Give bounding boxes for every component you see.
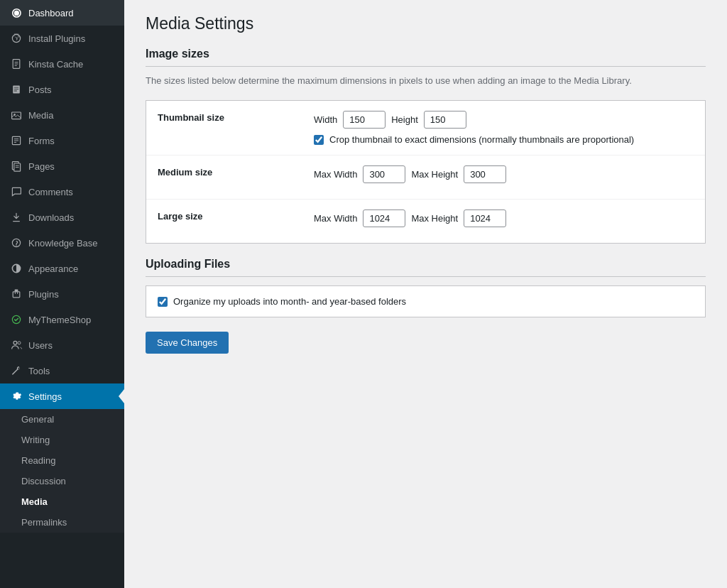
downloads-icon [10, 211, 23, 224]
thumbnail-height-input[interactable] [424, 111, 466, 129]
sidebar-item-pages[interactable]: Pages [0, 153, 124, 179]
sidebar-item-tools[interactable]: Tools [0, 358, 124, 383]
sidebar-item-users[interactable]: Users [0, 332, 124, 358]
submenu-item-media[interactable]: Media [0, 491, 124, 512]
uploading-files-title: Uploading Files [146, 258, 706, 277]
sidebar-item-install-plugins[interactable]: Install Plugins [0, 26, 124, 51]
sidebar-item-forms[interactable]: Forms [0, 128, 124, 153]
sidebar-item-users-label: Users [28, 340, 53, 351]
sidebar-item-kinsta-cache[interactable]: Kinsta Cache [0, 51, 124, 77]
pages-icon [10, 160, 23, 173]
submenu-item-writing[interactable]: Writing [0, 430, 124, 450]
large-row: Large size Max Width Max Height [146, 200, 705, 243]
thumbnail-content: Width Height Crop thumbnail to exact dim… [314, 111, 694, 145]
thumbnail-crop-label: Crop thumbnail to exact dimensions (norm… [329, 134, 634, 145]
sidebar-item-dashboard[interactable]: Dashboard [0, 0, 124, 26]
sidebar-item-plugins-label: Plugins [28, 289, 59, 300]
submenu-item-general[interactable]: General [0, 409, 124, 430]
svg-point-17 [16, 245, 16, 246]
thumbnail-crop-row: Crop thumbnail to exact dimensions (norm… [314, 134, 694, 145]
svg-rect-19 [13, 292, 20, 298]
sidebar-item-media-label: Media [28, 110, 53, 121]
organize-uploads-label: Organize my uploads into month- and year… [173, 296, 406, 307]
sidebar-item-comments[interactable]: Comments [0, 179, 124, 205]
sidebar-item-kinsta-cache-label: Kinsta Cache [28, 59, 83, 70]
mythemeshop-icon [10, 313, 23, 326]
medium-dimensions-row: Max Width Max Height [314, 165, 694, 183]
large-max-width-input[interactable] [363, 209, 405, 227]
sidebar-item-downloads[interactable]: Downloads [0, 205, 124, 230]
sidebar-item-appearance-label: Appearance [28, 263, 78, 274]
sidebar-item-knowledge-base[interactable]: Knowledge Base [0, 230, 124, 256]
image-sizes-title: Image sizes [146, 48, 706, 67]
svg-point-23 [13, 341, 17, 344]
svg-point-24 [18, 342, 21, 344]
image-sizes-form: Thumbnail size Width Height Crop thumbna… [146, 100, 706, 244]
submenu-item-permalinks[interactable]: Permalinks [0, 512, 124, 533]
sidebar-item-pages-label: Pages [28, 161, 55, 172]
medium-max-width-input[interactable] [363, 165, 405, 183]
page-icon [10, 58, 23, 70]
organize-uploads-content: Organize my uploads into month- and year… [158, 296, 694, 307]
sidebar-item-posts-label: Posts [28, 85, 52, 95]
organize-uploads-row: Organize my uploads into month- and year… [146, 286, 705, 317]
thumbnail-width-label: Width [314, 114, 337, 125]
thumbnail-width-input[interactable] [343, 111, 386, 129]
large-label: Large size [158, 209, 314, 233]
sidebar-item-settings[interactable]: Settings [0, 383, 124, 409]
large-max-height-label: Max Height [411, 213, 458, 224]
tools-icon [10, 364, 23, 377]
submenu-item-reading[interactable]: Reading [0, 450, 124, 471]
medium-content: Max Width Max Height [314, 165, 694, 189]
page-title: Media Settings [146, 14, 706, 33]
sidebar-item-tools-label: Tools [28, 366, 50, 376]
main-content: Media Settings Image sizes The sizes lis… [124, 0, 727, 588]
submenu-item-discussion[interactable]: Discussion [0, 471, 124, 491]
media-icon [10, 109, 23, 121]
thumbnail-crop-checkbox[interactable] [314, 135, 324, 145]
thumbnail-dimensions-row: Width Height [314, 111, 694, 129]
sidebar-item-settings-label: Settings [28, 391, 62, 402]
thumbnail-row: Thumbnail size Width Height Crop thumbna… [146, 101, 705, 156]
sidebar: Dashboard Install Plugins Kinsta Cache P… [0, 0, 124, 588]
uploading-files-section: Uploading Files Organize my uploads into… [146, 258, 706, 317]
thumbnail-label: Thumbnail size [158, 111, 314, 145]
sidebar-item-plugins[interactable]: Plugins [0, 281, 124, 307]
thumbnail-height-label: Height [391, 114, 418, 125]
sidebar-item-dashboard-label: Dashboard [28, 8, 74, 18]
sidebar-item-downloads-label: Downloads [28, 212, 74, 223]
image-sizes-section: Image sizes The sizes listed below deter… [146, 48, 706, 244]
sidebar-item-posts[interactable]: Posts [0, 77, 124, 102]
dashboard-icon [10, 6, 23, 19]
appearance-icon [10, 262, 23, 275]
settings-submenu: General Writing Reading Discussion Media… [0, 409, 124, 533]
sidebar-item-mythemeshop-label: MyThemeShop [28, 315, 91, 325]
forms-icon [10, 134, 23, 147]
sidebar-item-mythemeshop[interactable]: MyThemeShop [0, 307, 124, 332]
large-max-height-input[interactable] [464, 209, 506, 227]
large-dimensions-row: Max Width Max Height [314, 209, 694, 227]
knowledge-icon [10, 236, 23, 249]
users-icon [10, 339, 23, 352]
posts-icon [10, 83, 23, 96]
comments-icon [10, 185, 23, 198]
settings-icon [10, 390, 23, 403]
plugins-icon [10, 288, 23, 300]
sidebar-item-comments-label: Comments [28, 187, 73, 197]
sidebar-item-appearance[interactable]: Appearance [0, 256, 124, 281]
organize-uploads-checkbox-row: Organize my uploads into month- and year… [158, 296, 694, 307]
medium-max-height-label: Max Height [411, 169, 458, 180]
plugin-icon [10, 32, 23, 45]
medium-row: Medium size Max Width Max Height [146, 156, 705, 200]
sidebar-item-install-plugins-label: Install Plugins [28, 33, 85, 44]
image-sizes-description: The sizes listed below determine the max… [146, 75, 706, 86]
sidebar-item-forms-label: Forms [28, 136, 55, 146]
medium-max-height-input[interactable] [464, 165, 506, 183]
large-content: Max Width Max Height [314, 209, 694, 233]
uploading-files-form: Organize my uploads into month- and year… [146, 285, 706, 317]
organize-uploads-checkbox[interactable] [158, 297, 168, 307]
sidebar-item-media[interactable]: Media [0, 102, 124, 128]
save-changes-button[interactable]: Save Changes [146, 332, 229, 354]
large-max-width-label: Max Width [314, 213, 357, 224]
medium-max-width-label: Max Width [314, 169, 357, 180]
